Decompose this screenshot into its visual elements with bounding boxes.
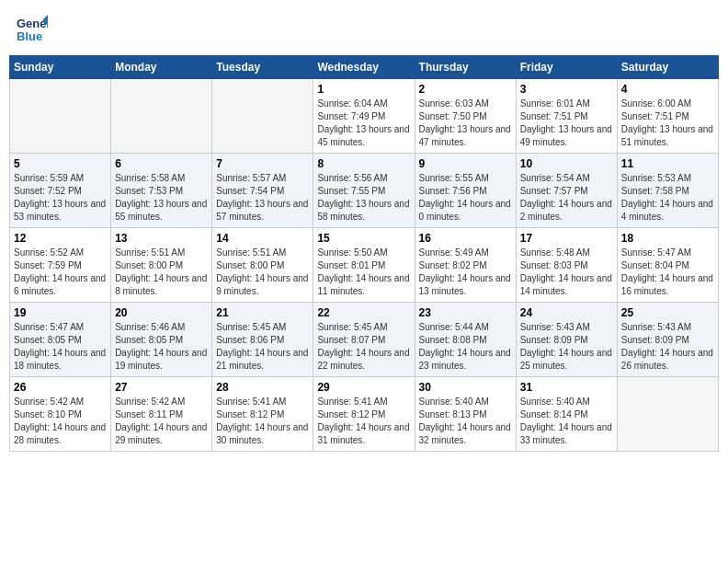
weekday-header-sunday: Sunday bbox=[10, 56, 111, 79]
calendar-cell bbox=[212, 79, 313, 154]
calendar-cell: 29Sunrise: 5:41 AMSunset: 8:12 PMDayligh… bbox=[313, 377, 415, 452]
calendar-week-row: 5Sunrise: 5:59 AMSunset: 7:52 PMDaylight… bbox=[10, 154, 719, 228]
calendar-cell: 14Sunrise: 5:51 AMSunset: 8:00 PMDayligh… bbox=[212, 228, 313, 303]
day-info: Sunrise: 5:48 AMSunset: 8:03 PMDaylight:… bbox=[520, 247, 613, 298]
page-header: General Blue bbox=[9, 9, 719, 48]
day-info: Sunrise: 6:01 AMSunset: 7:51 PMDaylight:… bbox=[520, 98, 613, 149]
day-info: Sunrise: 5:45 AMSunset: 8:06 PMDaylight:… bbox=[216, 321, 309, 373]
day-number: 26 bbox=[14, 381, 107, 394]
day-number: 12 bbox=[14, 232, 107, 245]
day-number: 6 bbox=[115, 157, 208, 170]
day-number: 10 bbox=[520, 157, 613, 170]
day-info: Sunrise: 5:55 AMSunset: 7:56 PMDaylight:… bbox=[419, 172, 512, 224]
calendar-cell: 16Sunrise: 5:49 AMSunset: 8:02 PMDayligh… bbox=[415, 228, 516, 303]
day-number: 8 bbox=[317, 157, 410, 170]
day-info: Sunrise: 5:41 AMSunset: 8:12 PMDaylight:… bbox=[317, 396, 410, 447]
day-number: 14 bbox=[216, 232, 309, 245]
weekday-header-friday: Friday bbox=[516, 56, 617, 79]
day-info: Sunrise: 5:54 AMSunset: 7:57 PMDaylight:… bbox=[520, 172, 613, 224]
day-info: Sunrise: 5:52 AMSunset: 7:59 PMDaylight:… bbox=[14, 247, 107, 298]
calendar-cell: 5Sunrise: 5:59 AMSunset: 7:52 PMDaylight… bbox=[10, 154, 111, 228]
day-number: 29 bbox=[317, 381, 410, 394]
day-info: Sunrise: 6:04 AMSunset: 7:49 PMDaylight:… bbox=[317, 98, 410, 149]
day-number: 18 bbox=[621, 232, 714, 245]
calendar-table: SundayMondayTuesdayWednesdayThursdayFrid… bbox=[9, 55, 719, 452]
calendar-cell: 7Sunrise: 5:57 AMSunset: 7:54 PMDaylight… bbox=[212, 154, 313, 228]
calendar-cell: 25Sunrise: 5:43 AMSunset: 8:09 PMDayligh… bbox=[617, 303, 718, 377]
day-info: Sunrise: 5:50 AMSunset: 8:01 PMDaylight:… bbox=[317, 247, 410, 298]
day-info: Sunrise: 5:44 AMSunset: 8:08 PMDaylight:… bbox=[419, 321, 512, 373]
svg-text:Blue: Blue bbox=[17, 29, 42, 43]
day-number: 2 bbox=[419, 83, 512, 96]
weekday-header-thursday: Thursday bbox=[415, 56, 516, 79]
day-info: Sunrise: 5:47 AMSunset: 8:05 PMDaylight:… bbox=[14, 321, 107, 373]
day-info: Sunrise: 5:40 AMSunset: 8:14 PMDaylight:… bbox=[520, 396, 613, 447]
day-number: 11 bbox=[621, 157, 714, 170]
calendar-cell: 23Sunrise: 5:44 AMSunset: 8:08 PMDayligh… bbox=[415, 303, 516, 377]
day-number: 25 bbox=[621, 306, 714, 319]
day-info: Sunrise: 5:43 AMSunset: 8:09 PMDaylight:… bbox=[621, 321, 714, 373]
calendar-cell: 21Sunrise: 5:45 AMSunset: 8:06 PMDayligh… bbox=[212, 303, 313, 377]
calendar-cell: 19Sunrise: 5:47 AMSunset: 8:05 PMDayligh… bbox=[10, 303, 111, 377]
day-number: 17 bbox=[520, 232, 613, 245]
day-number: 13 bbox=[115, 232, 208, 245]
day-info: Sunrise: 5:41 AMSunset: 8:12 PMDaylight:… bbox=[216, 396, 309, 447]
day-info: Sunrise: 5:51 AMSunset: 8:00 PMDaylight:… bbox=[115, 247, 208, 298]
svg-text:General: General bbox=[17, 17, 48, 30]
calendar-cell: 31Sunrise: 5:40 AMSunset: 8:14 PMDayligh… bbox=[516, 377, 617, 452]
calendar-cell: 24Sunrise: 5:43 AMSunset: 8:09 PMDayligh… bbox=[516, 303, 617, 377]
day-info: Sunrise: 6:03 AMSunset: 7:50 PMDaylight:… bbox=[419, 98, 512, 149]
calendar-cell: 6Sunrise: 5:58 AMSunset: 7:53 PMDaylight… bbox=[111, 154, 212, 228]
logo: General Blue bbox=[17, 13, 48, 44]
day-number: 23 bbox=[419, 306, 512, 319]
calendar-cell: 10Sunrise: 5:54 AMSunset: 7:57 PMDayligh… bbox=[516, 154, 617, 228]
calendar-cell: 28Sunrise: 5:41 AMSunset: 8:12 PMDayligh… bbox=[212, 377, 313, 452]
calendar-cell: 9Sunrise: 5:55 AMSunset: 7:56 PMDaylight… bbox=[415, 154, 516, 228]
calendar-cell: 13Sunrise: 5:51 AMSunset: 8:00 PMDayligh… bbox=[111, 228, 212, 303]
calendar-week-row: 26Sunrise: 5:42 AMSunset: 8:10 PMDayligh… bbox=[10, 377, 719, 452]
day-info: Sunrise: 5:53 AMSunset: 7:58 PMDaylight:… bbox=[621, 172, 714, 224]
weekday-header-tuesday: Tuesday bbox=[212, 56, 313, 79]
day-number: 15 bbox=[317, 232, 410, 245]
calendar-week-row: 1Sunrise: 6:04 AMSunset: 7:49 PMDaylight… bbox=[10, 79, 719, 154]
calendar-cell: 27Sunrise: 5:42 AMSunset: 8:11 PMDayligh… bbox=[111, 377, 212, 452]
day-number: 5 bbox=[14, 157, 107, 170]
day-number: 24 bbox=[520, 306, 613, 319]
day-number: 3 bbox=[520, 83, 613, 96]
logo-icon: General Blue bbox=[17, 13, 48, 44]
day-info: Sunrise: 5:58 AMSunset: 7:53 PMDaylight:… bbox=[115, 172, 208, 224]
calendar-cell: 4Sunrise: 6:00 AMSunset: 7:51 PMDaylight… bbox=[617, 79, 718, 154]
weekday-header-monday: Monday bbox=[111, 56, 212, 79]
day-number: 16 bbox=[419, 232, 512, 245]
day-number: 27 bbox=[115, 381, 208, 394]
calendar-cell: 12Sunrise: 5:52 AMSunset: 7:59 PMDayligh… bbox=[10, 228, 111, 303]
calendar-week-row: 12Sunrise: 5:52 AMSunset: 7:59 PMDayligh… bbox=[10, 228, 719, 303]
day-number: 1 bbox=[317, 83, 410, 96]
calendar-cell: 8Sunrise: 5:56 AMSunset: 7:55 PMDaylight… bbox=[313, 154, 415, 228]
calendar-cell: 22Sunrise: 5:45 AMSunset: 8:07 PMDayligh… bbox=[313, 303, 415, 377]
calendar-cell: 2Sunrise: 6:03 AMSunset: 7:50 PMDaylight… bbox=[415, 79, 516, 154]
calendar-cell bbox=[617, 377, 718, 452]
day-info: Sunrise: 5:46 AMSunset: 8:05 PMDaylight:… bbox=[115, 321, 208, 373]
day-info: Sunrise: 5:47 AMSunset: 8:04 PMDaylight:… bbox=[621, 247, 714, 298]
calendar-cell: 20Sunrise: 5:46 AMSunset: 8:05 PMDayligh… bbox=[111, 303, 212, 377]
day-number: 4 bbox=[621, 83, 714, 96]
day-info: Sunrise: 5:56 AMSunset: 7:55 PMDaylight:… bbox=[317, 172, 410, 224]
calendar-cell: 30Sunrise: 5:40 AMSunset: 8:13 PMDayligh… bbox=[415, 377, 516, 452]
day-info: Sunrise: 5:42 AMSunset: 8:11 PMDaylight:… bbox=[115, 396, 208, 447]
day-info: Sunrise: 5:42 AMSunset: 8:10 PMDaylight:… bbox=[14, 396, 107, 447]
day-info: Sunrise: 5:40 AMSunset: 8:13 PMDaylight:… bbox=[419, 396, 512, 447]
day-number: 21 bbox=[216, 306, 309, 319]
day-number: 9 bbox=[419, 157, 512, 170]
day-number: 19 bbox=[14, 306, 107, 319]
calendar-cell: 15Sunrise: 5:50 AMSunset: 8:01 PMDayligh… bbox=[313, 228, 415, 303]
weekday-header-saturday: Saturday bbox=[617, 56, 718, 79]
calendar-cell: 17Sunrise: 5:48 AMSunset: 8:03 PMDayligh… bbox=[516, 228, 617, 303]
day-info: Sunrise: 5:45 AMSunset: 8:07 PMDaylight:… bbox=[317, 321, 410, 373]
day-number: 28 bbox=[216, 381, 309, 394]
day-number: 30 bbox=[419, 381, 512, 394]
day-number: 20 bbox=[115, 306, 208, 319]
day-number: 7 bbox=[216, 157, 309, 170]
weekday-header-row: SundayMondayTuesdayWednesdayThursdayFrid… bbox=[10, 56, 719, 79]
day-info: Sunrise: 5:57 AMSunset: 7:54 PMDaylight:… bbox=[216, 172, 309, 224]
